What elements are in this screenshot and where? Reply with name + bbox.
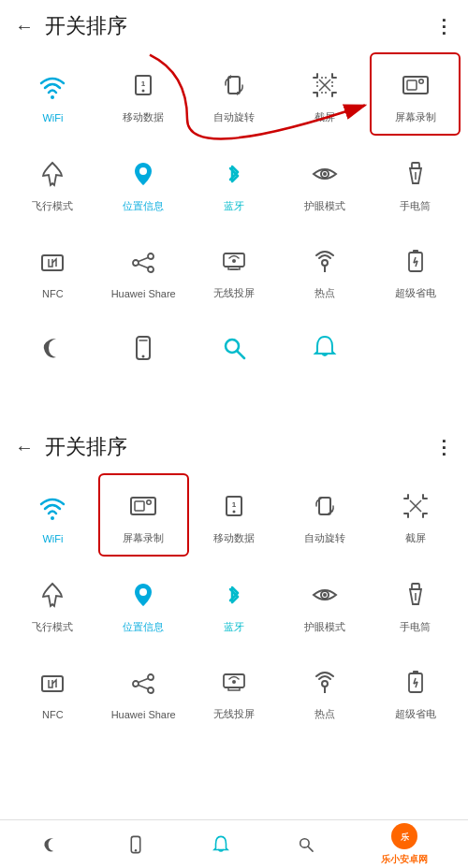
grid2-item-power-save[interactable]: 超级省电 <box>370 651 461 731</box>
svg-text:1: 1 <box>232 500 237 509</box>
svg-rect-66 <box>413 671 418 673</box>
grid-item-flashlight[interactable]: 手电筒 <box>370 143 461 223</box>
huawei-share2-icon-wrap <box>122 662 165 705</box>
grid2-item-auto-rotate[interactable]: 自动旋转 <box>279 473 370 557</box>
bottom-nav-moon[interactable] <box>40 834 61 855</box>
svg-rect-10 <box>407 80 417 90</box>
grid-item-huawei-share[interactable]: Huawei Share <box>98 230 189 310</box>
grid-item-phone-bottom[interactable] <box>98 317 189 379</box>
svg-point-0 <box>51 95 54 99</box>
power-save-icon-wrap <box>394 239 437 282</box>
page-title-2: 开关排序 <box>45 433 127 461</box>
flashlight-icon-wrap <box>394 152 437 195</box>
flashlight2-icon-wrap <box>394 573 437 616</box>
grid2-item-wireless-cast[interactable]: 无线投屏 <box>189 651 280 731</box>
svg-text:1: 1 <box>141 80 146 88</box>
grid-item-wifi[interactable]: WiFi <box>7 52 98 136</box>
svg-text:乐: 乐 <box>401 832 409 841</box>
more-button-1[interactable]: ⋮ <box>434 15 453 37</box>
screen-record-icon <box>401 70 431 100</box>
svg-line-59 <box>139 685 148 688</box>
wifi2-label: WiFi <box>42 533 63 544</box>
location2-label: 位置信息 <box>123 620 164 634</box>
flashlight-label: 手电筒 <box>400 199 431 213</box>
airplane-icon <box>37 159 67 189</box>
screenshot-icon-wrap <box>303 64 346 107</box>
grid2-item-screenshot[interactable]: 截屏 <box>370 473 461 557</box>
grid2-item-bluetooth[interactable]: 蓝牙 <box>189 564 280 644</box>
grid2-item-mobile-data[interactable]: 1 移动数据 <box>189 473 280 557</box>
hotspot-icon <box>310 246 340 276</box>
moon-icon <box>37 333 67 363</box>
grid2-item-eye-care[interactable]: 护眼模式 <box>279 564 370 644</box>
grid2-item-hotspot[interactable]: 热点 <box>279 651 370 731</box>
grid-item-moon[interactable] <box>7 317 98 379</box>
svg-point-38 <box>51 516 54 520</box>
svg-point-11 <box>139 167 147 175</box>
grid-item-wireless-cast[interactable]: 无线投屏 <box>189 230 280 310</box>
bluetooth2-icon <box>219 580 249 610</box>
grid2-item-wifi[interactable]: WiFi <box>7 473 98 557</box>
airplane2-icon <box>37 580 67 610</box>
grid-item-bell-bottom[interactable] <box>279 317 370 379</box>
auto-rotate-icon-wrap <box>212 64 256 107</box>
bluetooth2-label: 蓝牙 <box>224 620 244 634</box>
nfc-icon <box>37 248 67 278</box>
nfc-label: NFC <box>42 288 64 299</box>
back-button-1[interactable]: ← <box>15 16 34 37</box>
grid-item-screenshot[interactable]: 截屏 <box>279 52 370 136</box>
grid-item-auto-rotate[interactable]: 自动旋转 <box>189 52 280 136</box>
bottom-navigation: 乐 乐小安卓网 <box>0 819 468 868</box>
screenshot2-label: 截屏 <box>405 531 426 545</box>
svg-point-9 <box>419 80 422 83</box>
svg-point-2 <box>142 90 145 93</box>
svg-rect-52 <box>412 584 419 589</box>
grid2-item-airplane[interactable]: 飞行模式 <box>7 564 98 644</box>
grid-row-2: 飞行模式 位置信息 蓝牙 <box>0 139 468 226</box>
grid-row-1: WiFi 1 移动数据 <box>0 49 468 139</box>
wifi-icon <box>37 72 67 102</box>
wireless-cast-icon <box>219 246 249 276</box>
flashlight-icon <box>401 159 431 189</box>
more-button-2[interactable]: ⋮ <box>434 436 453 458</box>
bottom-nav-bell[interactable] <box>211 834 231 855</box>
grid2-row-2: 飞行模式 位置信息 蓝牙 <box>0 560 468 647</box>
phone-bottom-icon <box>128 333 158 363</box>
grid2-row-3: NFC Huawei Share <box>0 647 468 734</box>
grid-item-mobile-data[interactable]: 1 移动数据 <box>98 52 189 136</box>
svg-point-25 <box>322 260 328 266</box>
grid-item-airplane[interactable]: 飞行模式 <box>7 143 98 223</box>
power-save-label: 超级省电 <box>395 286 436 300</box>
grid-item-bluetooth[interactable]: 蓝牙 <box>189 143 280 223</box>
grid-item-location[interactable]: 位置信息 <box>98 143 189 223</box>
grid2-item-screen-record[interactable]: 屏幕录制 <box>98 473 189 557</box>
grid2-item-huawei-share[interactable]: Huawei Share <box>98 651 189 731</box>
mobile-data2-icon: 1 <box>219 491 249 521</box>
grid2-item-nfc[interactable]: NFC <box>7 651 98 731</box>
bottom-nav-search[interactable] <box>296 834 316 855</box>
grid2-item-location[interactable]: 位置信息 <box>98 564 189 644</box>
bottom-nav-logo[interactable]: 乐 乐小安卓网 <box>381 823 428 866</box>
grid2-item-flashlight[interactable]: 手电筒 <box>370 564 461 644</box>
bell-bottom-icon <box>310 333 340 363</box>
header-2: ← 开关排序 ⋮ <box>0 421 468 470</box>
eye-care-label: 护眼模式 <box>304 199 345 213</box>
page-title-1: 开关排序 <box>45 12 127 40</box>
svg-point-56 <box>148 674 154 680</box>
grid-item-power-save[interactable]: 超级省电 <box>370 230 461 310</box>
bluetooth-icon-wrap <box>212 152 256 195</box>
back-button-2[interactable]: ← <box>15 437 34 458</box>
grid-item-eye-care[interactable]: 护眼模式 <box>279 143 370 223</box>
bottom-nav-phone[interactable] <box>125 834 146 855</box>
svg-rect-4 <box>228 77 240 94</box>
auto-rotate-label: 自动旋转 <box>213 110 255 124</box>
power-save2-icon <box>401 667 431 697</box>
grid-item-search-bottom[interactable] <box>189 317 280 379</box>
grid-item-nfc[interactable]: NFC <box>7 230 98 310</box>
svg-point-19 <box>148 267 154 272</box>
airplane2-label: 飞行模式 <box>32 620 73 634</box>
svg-rect-61 <box>228 687 240 690</box>
grid-item-hotspot[interactable]: 热点 <box>279 230 370 310</box>
wireless-cast-icon-wrap <box>212 239 256 282</box>
grid-item-screen-record[interactable]: 屏幕录制 <box>370 52 461 136</box>
